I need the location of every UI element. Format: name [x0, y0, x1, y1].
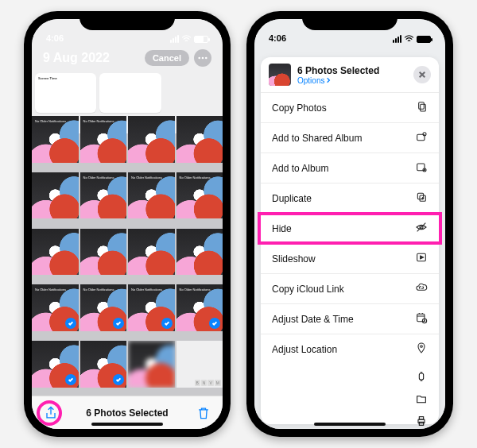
cellular-icon [170, 35, 179, 43]
location-icon [415, 342, 428, 357]
action-slideshow[interactable]: Slideshow [261, 244, 439, 274]
sheet-header: 6 Photos Selected Options [261, 57, 439, 93]
share-sheet-screen: 4:06 6 Photos Selected Options [254, 19, 445, 429]
thumb-caption: No Older Notifications [180, 176, 211, 180]
photo-thumb[interactable]: No Older Notifications [128, 172, 175, 219]
action-add-shared-album[interactable]: Add to Shared Album [261, 123, 439, 153]
photo-thumb[interactable] [128, 116, 175, 163]
photo-thumb[interactable] [32, 172, 79, 219]
slideshow-icon [415, 251, 428, 266]
status-bar: 4:06 [254, 19, 445, 44]
action-label: Hide [272, 223, 292, 234]
photos-header: 9 Aug 2022 Cancel [32, 44, 223, 73]
share-button[interactable] [43, 405, 59, 421]
photo-thumb[interactable] [176, 116, 223, 163]
share-icon [43, 405, 59, 421]
wifi-icon [404, 35, 414, 43]
photo-thumb[interactable]: No Older Notifications [176, 172, 223, 219]
checkmark-icon [113, 374, 124, 385]
status-time: 4:06 [46, 33, 64, 43]
copy-icon [415, 100, 428, 115]
photo-thumb[interactable]: BNVM [176, 341, 223, 388]
svg-rect-16 [419, 373, 423, 380]
thumb-caption: No Older Notifications [35, 288, 66, 292]
checkmark-icon [209, 318, 220, 329]
photo-thumb[interactable] [128, 229, 175, 276]
svg-point-15 [421, 346, 423, 348]
checkmark-icon [65, 318, 76, 329]
ellipsis-icon [198, 56, 207, 60]
trash-icon [196, 405, 211, 421]
calendar-clock-icon [415, 311, 428, 326]
preview-thumbnail [269, 64, 291, 86]
status-time: 4:06 [269, 33, 286, 43]
cellular-icon [393, 35, 401, 43]
sheet-title: 6 Photos Selected [297, 65, 379, 76]
share-action-list: Copy Photos Add to Shared Album Add to A… [261, 93, 439, 364]
thumb-caption: No Older Notifications [83, 176, 114, 180]
thumb-caption: No Older Notifications [83, 288, 114, 292]
photo-thumb[interactable] [32, 229, 79, 276]
close-button[interactable] [413, 66, 431, 83]
action-hide[interactable]: Hide [261, 214, 439, 244]
photo-thumb[interactable]: No Older Notifications [80, 172, 127, 219]
photo-thumb[interactable]: No Older Notifications [32, 116, 79, 163]
action-label: Add to Shared Album [272, 133, 362, 144]
thumb-caption: No Older Notifications [131, 176, 162, 180]
print-icon[interactable] [415, 415, 428, 429]
photo-thumb-selected[interactable]: No Older Notifications [32, 284, 79, 331]
thumb-caption: No Older Notifications [131, 288, 162, 292]
widget-card[interactable]: Screen Time [35, 73, 96, 113]
svg-rect-3 [419, 102, 425, 110]
eye-slash-icon [415, 221, 428, 236]
action-copy-icloud-link[interactable]: Copy iCloud Link [261, 274, 439, 304]
action-label: Adjust Date & Time [272, 314, 354, 325]
status-bar: 4:06 [32, 19, 223, 44]
date-title: 9 Aug 2022 [43, 51, 110, 65]
photo-thumb[interactable]: No Older Notifications [80, 116, 127, 163]
cloud-link-icon [415, 281, 428, 296]
photo-thumb-selected[interactable]: No Older Notifications [176, 284, 223, 331]
status-indicators [170, 35, 208, 43]
checkmark-icon [65, 374, 76, 385]
shared-album-icon [415, 130, 428, 145]
photo-thumb-selected[interactable] [32, 341, 79, 388]
options-link[interactable]: Options [297, 76, 379, 85]
svg-rect-4 [421, 104, 426, 111]
checkmark-icon [161, 318, 173, 329]
widget-row: Screen Time [32, 73, 223, 116]
keyboard-row-icon: BNVM [195, 380, 221, 386]
home-indicator[interactable] [314, 423, 386, 426]
widget-card[interactable] [99, 73, 161, 113]
action-label: Adjust Location [272, 344, 337, 355]
photo-thumb[interactable] [128, 341, 175, 388]
photo-thumb-selected[interactable]: No Older Notifications [80, 284, 127, 331]
delete-button[interactable] [196, 405, 211, 421]
action-adjust-location[interactable]: Adjust Location [261, 334, 439, 364]
cancel-button[interactable]: Cancel [145, 50, 189, 66]
wifi-icon [181, 35, 192, 43]
photo-thumb[interactable] [176, 229, 223, 276]
action-label: Add to Album [272, 163, 328, 174]
watch-face-icon[interactable] [415, 370, 428, 386]
photo-thumb-selected[interactable] [80, 341, 127, 388]
album-icon [415, 160, 428, 176]
action-copy-photos[interactable]: Copy Photos [261, 93, 439, 123]
action-duplicate[interactable]: Duplicate [261, 183, 439, 214]
selection-count: 6 Photos Selected [86, 407, 168, 419]
more-button[interactable] [194, 49, 211, 67]
svg-rect-18 [419, 417, 423, 419]
home-indicator[interactable] [91, 423, 163, 426]
action-add-album[interactable]: Add to Album [261, 153, 439, 183]
share-sheet: 6 Photos Selected Options Copy Photos [261, 57, 439, 424]
svg-point-2 [205, 57, 207, 60]
save-to-files-icon[interactable] [415, 392, 428, 408]
photo-grid: No Older Notifications No Older Notifica… [32, 116, 223, 396]
svg-rect-19 [419, 422, 423, 425]
photo-thumb[interactable] [80, 229, 127, 276]
battery-icon [417, 36, 431, 43]
svg-rect-13 [417, 314, 425, 321]
close-icon [418, 71, 426, 79]
photo-thumb-selected[interactable]: No Older Notifications [128, 284, 175, 331]
action-adjust-date[interactable]: Adjust Date & Time [261, 304, 439, 334]
